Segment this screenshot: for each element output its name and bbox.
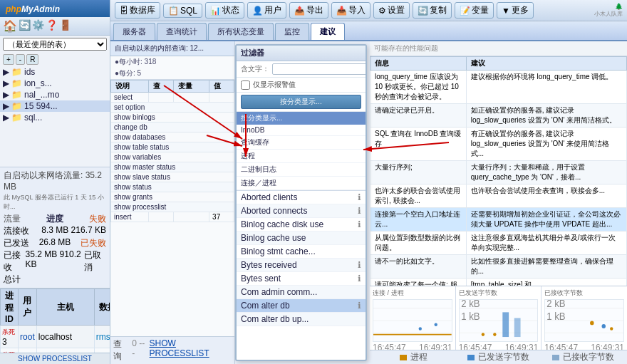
filter-text-input[interactable] [272, 63, 367, 75]
rec-row-1: long_query_time 应该设为 10 秒或更长。你已超过 10 秒的查… [370, 71, 627, 104]
filter-checkbox-label: 仅显示报警值 [253, 80, 296, 90]
remove-db-button[interactable]: - [16, 54, 25, 65]
tab-server[interactable]: 服务器 [113, 23, 155, 40]
variable-list: Aborted clientsℹ Aborted connectsℹ Binlo… [237, 190, 366, 360]
prefs-icon[interactable]: ⚙️ [32, 19, 44, 33]
var-item-9[interactable]: Com alter dbℹ [237, 299, 366, 313]
rec-row-7: 从属位置到数型数据的比例问题。 这注意很多直观海盐机其细分单及/或依行一次单向实… [370, 232, 627, 255]
top-nav-bar: 🗄数据库 📋SQL 📊状态 👤用户 📤导出 📥导入 ⚙设置 🔄复制 [110, 0, 627, 21]
queries-panel: 自启动以来的内部查询: 12... ●每小时: 318 ●每分: 5 说明 查 … [110, 41, 235, 364]
svg-text:2 kB: 2 kB [461, 300, 480, 309]
tree-item-nal[interactable]: ▶📁nal_...mo [0, 89, 110, 100]
query-list: 说明 查 变量 值 select [110, 80, 234, 336]
proc-col-id: 进程 ID [1, 289, 19, 326]
show-processlist-link[interactable]: SHOW PROCESSLIST [150, 338, 232, 363]
query-row-changedb[interactable]: change db [111, 123, 234, 132]
network-label: 自启动以来网络流量: 35.2 MB [4, 170, 106, 192]
rec-col-suggest: 建议 [466, 57, 626, 71]
tree-item-ids[interactable]: ▶📁ids [0, 66, 110, 78]
query-row-showtable[interactable]: show table status [111, 142, 234, 152]
proc-col-user: 用户 [19, 289, 37, 326]
chart-conn-title: 连接 / 进程 [373, 288, 452, 298]
sort-by-category-btn[interactable]: 按分类显示... [241, 95, 361, 109]
var-item-5[interactable]: Binlog stmt cache... [237, 245, 366, 259]
svg-point-20 [602, 324, 606, 328]
query-row-setoption[interactable]: set option [111, 103, 234, 113]
rec-row-4: 大量行序列; 大量行序列；大量和稀疏，用于设置 query_cache_type… [370, 161, 627, 184]
chart-recv-title: 已接收字节数 [544, 288, 624, 298]
chart-bytes-sent: 已发送字节数 2 kB 1 kB [456, 286, 542, 350]
query-row-insert[interactable]: insert 37 [111, 212, 234, 222]
var-item-1[interactable]: Aborted clientsℹ [237, 191, 366, 204]
sort-option-binlog[interactable]: 二进制日志 [237, 163, 366, 177]
filter-text-label: 含文字： [241, 64, 269, 74]
nav-more[interactable]: ▼更多 [497, 2, 534, 19]
tab-all-vars[interactable]: 所有状态变量 [208, 23, 274, 40]
query-row-showmaster[interactable]: show master status [111, 162, 234, 172]
var-item-4[interactable]: Binlog cache use [237, 232, 366, 245]
nav-import[interactable]: 📥导入 [331, 2, 370, 19]
refresh-db-button[interactable]: R [26, 54, 38, 65]
svg-text:2 kB: 2 kB [547, 300, 566, 309]
nav-replicate[interactable]: 🔄复制 [413, 2, 452, 19]
sort-option-conn[interactable]: 连接／进程 [237, 177, 366, 190]
query-row-showgrants[interactable]: show grants [111, 192, 234, 202]
query-row-select[interactable]: select [111, 93, 234, 103]
query-row-showstatus[interactable]: show status [111, 182, 234, 192]
nav-export[interactable]: 📤导出 [289, 2, 328, 19]
nav-status[interactable]: 📊状态 [205, 2, 244, 19]
svg-rect-10 [502, 312, 509, 337]
query-row-showslave[interactable]: show slave status [111, 172, 234, 182]
var-item-2[interactable]: Aborted connectsℹ [237, 204, 366, 218]
nav-variables[interactable]: 📝变量 [455, 2, 494, 19]
rec-row-3: SQL 查询在 InnoDB 查询缓存 有正确设置你的服务器, 建议记录 log… [370, 128, 627, 161]
proc-col-host: 主机 [36, 289, 94, 326]
var-item-6[interactable]: Bytes receivedℹ [237, 259, 366, 272]
query-footer: 查询 0 --- SHOW PROCESSLIST [110, 336, 234, 364]
nav-sql[interactable]: 📋SQL [163, 4, 202, 18]
tree-item-ion[interactable]: ▶📁ion_s... [0, 78, 110, 89]
tab-monitor[interactable]: 监控 [275, 23, 309, 40]
tree-item-15[interactable]: ▶📁15 594... [0, 100, 110, 112]
query-row-showvars[interactable]: show variables [111, 152, 234, 162]
app-logo: phpMyAdmin [0, 0, 110, 17]
var-item-10[interactable]: Com alter db up... [237, 313, 366, 326]
home-icon[interactable]: 🏠 [3, 19, 17, 33]
svg-rect-11 [514, 318, 520, 337]
sort-option-process[interactable]: 进程 [237, 150, 366, 163]
proc-col-db: 数据库 [94, 289, 110, 326]
help-icon[interactable]: ❓ [46, 19, 58, 33]
recent-tables-select[interactable]: （最近使用的表） [3, 38, 107, 51]
recommendations-panel: 可能存在的性能问题 信息 建议 long_query_time 应该设为 1 [370, 41, 627, 364]
svg-point-4 [435, 323, 437, 326]
tab-query-stats[interactable]: 查询统计 [157, 23, 207, 40]
reload-icon[interactable]: 🔄 [19, 19, 31, 33]
sort-option-selected[interactable]: 按分类显示... [237, 112, 366, 125]
tree-item-sql[interactable]: ▶📁sql... [0, 112, 110, 123]
tab-recommendations[interactable]: 建议 [311, 23, 345, 40]
nav-settings[interactable]: ⚙设置 [373, 2, 410, 19]
add-db-button[interactable]: + [3, 54, 14, 65]
var-item-3[interactable]: Binlog cache disk useℹ [237, 218, 366, 232]
var-item-7[interactable]: Bytes sentℹ [237, 272, 366, 286]
rec-row-8: 请不一的比如文字。 比如性很多直接进解需要整理查询，确保合理的... [370, 255, 627, 279]
query-row-showdb[interactable]: show databases [111, 132, 234, 142]
query-row-showbinlogs[interactable]: show binlogs [111, 113, 234, 123]
nav-db[interactable]: 🗄数据库 [115, 2, 160, 19]
rec-col-info: 信息 [370, 57, 467, 71]
rec-row-9: 请可能改变了每一个值: 服务器使用最近的... [tmp_table_size]… [370, 279, 627, 286]
nav-users[interactable]: 👤用户 [247, 2, 286, 19]
show-processlist-bar[interactable]: SHOW PROCESSLIST [0, 353, 110, 364]
logout-icon[interactable]: 🚪 [59, 19, 71, 33]
filter-checkbox[interactable] [241, 80, 250, 90]
svg-text:1 kB: 1 kB [461, 311, 480, 321]
chart-sent-title: 已发送字节数 [459, 288, 539, 298]
var-item-8[interactable]: Com admin comm... [237, 286, 366, 299]
svg-text:1 kB: 1 kB [547, 311, 566, 321]
rec-table: 信息 建议 long_query_time 应该设为 10 秒或更长。你已超过 … [370, 56, 627, 286]
query-row-showproclist[interactable]: show processlist [111, 202, 234, 212]
top-toolbar: 🏠 🔄 ⚙️ ❓ 🚪 [0, 17, 110, 36]
process-table-container: 进程 ID 用户 主机 数据库 杀死 3 root localhost rms … [0, 288, 110, 353]
sort-option-innodb[interactable]: InnoDB [237, 125, 366, 136]
sort-option-querycache[interactable]: 查询缓存 [237, 136, 366, 150]
